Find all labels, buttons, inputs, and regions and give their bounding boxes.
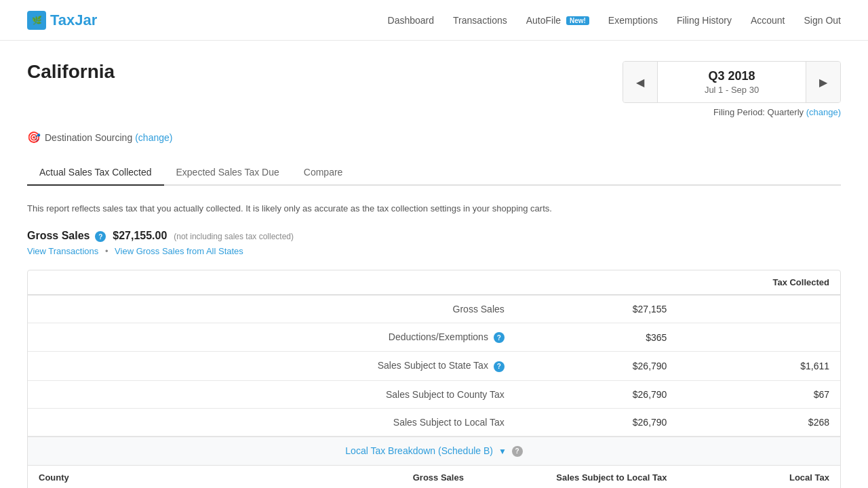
nav-exemptions[interactable]: Exemptions [608,15,658,26]
row-amount-gross-sales: $27,155 [515,295,678,323]
gross-sales-row: Gross Sales ? $27,155.00 (not including … [27,230,841,242]
header: 🌿 TaxJar Dashboard Transactions AutoFile… [0,0,868,41]
page-header: California ◀ Q3 2018 Jul 1 - Sep 30 ▶ Fi… [27,61,841,117]
table-row: Sales Subject to County Tax $26,790 $67 [28,380,840,408]
main-content: California ◀ Q3 2018 Jul 1 - Sep 30 ▶ Fi… [0,41,868,488]
county-col-local-tax: Local Tax [677,466,840,488]
row-amount-deductions: $365 [515,323,678,352]
quarter-dates: Jul 1 - Sep 30 [705,85,759,95]
gross-sales-label: Gross Sales [27,230,90,241]
row-tax-gross-sales [677,295,840,323]
table-row: Deductions/Exemptions ? $365 [28,323,840,352]
main-table: Tax Collected Gross Sales $27,155 Deduct… [28,270,840,436]
nav-filing-history[interactable]: Filing History [677,15,732,26]
row-label-gross-sales: Gross Sales [28,295,515,323]
report-description: This report reflects sales tax that you … [27,202,841,216]
view-gross-sales-link[interactable]: View Gross Sales from All States [115,246,243,256]
sourcing-change-link[interactable]: (change) [135,132,172,143]
tab-actual-sales-tax[interactable]: Actual Sales Tax Collected [27,160,164,186]
quarter-info: Q3 2018 Jul 1 - Sep 30 [657,62,806,102]
next-quarter-button[interactable]: ▶ [806,62,840,102]
table-row: Sales Subject to Local Tax $26,790 $268 [28,408,840,436]
breakdown-help-icon[interactable]: ? [512,446,523,457]
row-amount-state-tax: $26,790 [515,352,678,380]
local-tax-breakdown-row[interactable]: Local Tax Breakdown (Schedule B) ▼ ? [28,436,840,466]
main-nav: Dashboard Transactions AutoFile New! Exe… [388,15,841,26]
quarter-nav: ◀ Q3 2018 Jul 1 - Sep 30 ▶ [623,61,841,103]
filing-period-change-link[interactable]: (change) [806,107,841,117]
gross-sales-links: View Transactions • View Gross Sales fro… [27,246,841,256]
gross-sales-help-icon[interactable]: ? [95,231,106,242]
gross-sales-amount: $27,155.00 [113,230,167,241]
row-tax-state-tax: $1,611 [677,352,840,380]
table-row: Gross Sales $27,155 [28,295,840,323]
nav-sign-out[interactable]: Sign Out [804,15,841,26]
local-tax-breakdown-link[interactable]: Local Tax Breakdown (Schedule B) ▼ ? [345,445,522,456]
view-transactions-link[interactable]: View Transactions [27,246,98,256]
logo-text: TaxJar [50,12,97,29]
nav-account[interactable]: Account [751,15,785,26]
nav-transactions[interactable]: Transactions [453,15,507,26]
row-amount-county-tax: $26,790 [515,380,678,408]
state-tax-help-icon[interactable]: ? [494,361,505,372]
main-table-wrapper: Tax Collected Gross Sales $27,155 Deduct… [27,270,841,488]
page-title: California [27,61,115,83]
gross-sales-section: Gross Sales ? $27,155.00 (not including … [27,230,841,256]
row-label-deductions: Deductions/Exemptions ? [28,323,515,352]
row-tax-deductions [677,323,840,352]
filing-period: Filing Period: Quarterly (change) [713,107,841,117]
tabs: Actual Sales Tax Collected Expected Sale… [27,160,841,186]
county-col-gross-sales: Gross Sales [312,466,475,488]
tab-compare[interactable]: Compare [292,160,355,186]
table-row: Sales Subject to State Tax ? $26,790 $1,… [28,352,840,380]
prev-quarter-button[interactable]: ◀ [623,62,657,102]
county-col-county: County [28,466,312,488]
logo: 🌿 TaxJar [27,11,97,30]
sourcing-row: 🎯 Destination Sourcing (change) [27,131,841,144]
header-right: ◀ Q3 2018 Jul 1 - Sep 30 ▶ Filing Period… [623,61,841,117]
col-header-amount [515,270,678,295]
col-header-empty [28,270,515,295]
row-label-county-tax: Sales Subject to County Tax [28,380,515,408]
nav-autofile[interactable]: AutoFile New! [526,15,589,26]
col-header-tax-collected: Tax Collected [677,270,840,295]
row-label-local-tax: Sales Subject to Local Tax [28,408,515,436]
row-label-state-tax: Sales Subject to State Tax ? [28,352,515,380]
autofile-badge: New! [566,16,589,25]
row-tax-local-tax: $268 [677,408,840,436]
county-table: County Gross Sales Sales Subject to Loca… [28,466,840,488]
county-col-sales-subject: Sales Subject to Local Tax [475,466,678,488]
tab-expected-sales-tax[interactable]: Expected Sales Tax Due [164,160,292,186]
nav-dashboard[interactable]: Dashboard [388,15,435,26]
breakdown-toggle-icon: ▼ [498,447,507,456]
page-wrapper: 🌿 TaxJar Dashboard Transactions AutoFile… [0,0,868,488]
row-amount-local-tax: $26,790 [515,408,678,436]
quarter-label: Q3 2018 [708,69,755,83]
gross-sales-note: (not including sales tax collected) [174,232,294,241]
logo-icon: 🌿 [27,11,46,30]
deductions-help-icon[interactable]: ? [494,332,505,343]
row-tax-county-tax: $67 [677,380,840,408]
sourcing-icon: 🎯 [27,131,41,144]
